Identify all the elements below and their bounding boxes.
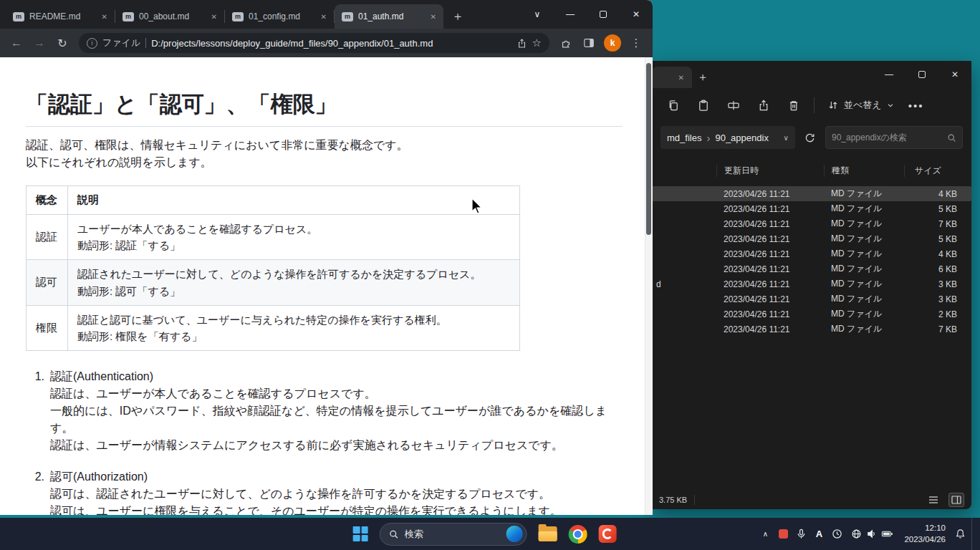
- page-content: 「認証」と「認可」、「権限」 認証、認可、権限は、情報セキュリティにおいて非常に…: [0, 57, 653, 515]
- file-row[interactable]: d 2023/04/26 11:21 MD ファイル 3 KB: [652, 276, 971, 291]
- status-divider: [694, 495, 695, 505]
- reload-button[interactable]: ↻: [52, 32, 73, 54]
- details-view-button[interactable]: [948, 493, 964, 507]
- file-size: 3 KB: [904, 279, 967, 289]
- side-panel-button[interactable]: [578, 32, 600, 54]
- new-tab-button[interactable]: ＋: [448, 6, 468, 26]
- sort-button[interactable]: 並べ替え: [822, 93, 900, 117]
- minimize-button[interactable]: —: [873, 61, 905, 88]
- start-button[interactable]: [353, 526, 368, 541]
- column-header-type[interactable]: 種類: [824, 165, 904, 177]
- ime-mode-indicator[interactable]: A: [812, 518, 825, 550]
- breadcrumb-item[interactable]: md_files: [667, 132, 701, 143]
- back-button[interactable]: ←: [6, 32, 27, 54]
- url-text[interactable]: D:/projects/lessons/deploy_guide/md_file…: [151, 38, 511, 49]
- more-options-button[interactable]: •••: [904, 93, 928, 117]
- breadcrumb[interactable]: md_files › 90_appendix ∨: [660, 126, 795, 149]
- taskbar-clock[interactable]: 12:10 2023/04/26: [901, 523, 948, 545]
- tray-app-button[interactable]: [777, 518, 789, 550]
- file-name: d: [652, 279, 716, 289]
- browser-tab-auth-active[interactable]: m 01_auth.md ✕: [335, 4, 443, 29]
- explorer-search-input[interactable]: [832, 132, 943, 143]
- toolbar-divider: [814, 97, 815, 113]
- extensions-button[interactable]: [555, 32, 577, 54]
- close-icon[interactable]: ✕: [100, 11, 109, 22]
- close-icon[interactable]: ✕: [320, 11, 328, 22]
- file-row[interactable]: 2023/04/26 11:21 MD ファイル 5 KB: [652, 231, 971, 246]
- file-row[interactable]: 2023/04/26 11:21 MD ファイル 3 KB: [652, 291, 971, 307]
- file-size: 4 KB: [904, 189, 967, 199]
- file-row[interactable]: 2023/04/26 11:21 MD ファイル 7 KB: [652, 216, 971, 231]
- table-row: 認証 ユーザーが本人であることを確認するプロセス。 動詞形: 認証「する」: [27, 214, 520, 260]
- column-header-date[interactable]: 更新日時: [716, 165, 824, 177]
- scrollbar-thumb[interactable]: [646, 63, 651, 235]
- maximize-button[interactable]: [905, 61, 938, 88]
- list-number: 2.: [26, 468, 50, 515]
- browser-tab-config[interactable]: m 01_config.md ✕: [225, 4, 334, 29]
- file-row[interactable]: 2023/04/26 11:21 MD ファイル 7 KB: [652, 322, 971, 337]
- tray-overflow-chevron[interactable]: ∧: [759, 518, 772, 550]
- file-date: 2023/04/26 11:21: [716, 294, 824, 304]
- clock-tray-button[interactable]: [830, 518, 843, 550]
- close-button[interactable]: ✕: [620, 0, 653, 29]
- tab-label: 01_config.md: [249, 11, 314, 21]
- intro-line: 以下にそれぞれの説明を示します。: [26, 154, 623, 171]
- share-button[interactable]: [751, 93, 777, 117]
- breadcrumb-item[interactable]: 90_appendix: [715, 132, 768, 143]
- tab-search-button[interactable]: ∨: [521, 0, 554, 29]
- bookmark-star-icon[interactable]: ☆: [532, 37, 542, 49]
- file-type: MD ファイル: [824, 233, 904, 245]
- minimize-button[interactable]: —: [554, 0, 587, 29]
- file-row[interactable]: 2023/04/26 11:21 MD ファイル 4 KB: [652, 246, 971, 261]
- close-icon[interactable]: ✕: [210, 11, 218, 22]
- file-type: MD ファイル: [824, 203, 904, 215]
- sort-label: 並べ替え: [844, 99, 882, 112]
- paste-button[interactable]: [691, 93, 716, 117]
- delete-button[interactable]: [781, 93, 807, 117]
- rename-icon: [727, 99, 740, 112]
- network-globe-icon: [851, 529, 862, 539]
- browser-tab-readme[interactable]: m README.md ✕: [6, 4, 115, 29]
- taskbar-search[interactable]: 検索: [380, 523, 527, 546]
- refresh-button[interactable]: [802, 127, 818, 148]
- copy-button[interactable]: [660, 93, 686, 117]
- chevron-down-icon[interactable]: ∨: [783, 134, 788, 142]
- file-row[interactable]: 2023/04/26 11:21 MD ファイル 2 KB: [652, 307, 971, 322]
- close-button[interactable]: ✕: [938, 61, 971, 88]
- file-row[interactable]: 2023/04/26 11:21 MD ファイル 6 KB: [652, 261, 971, 276]
- address-bar[interactable]: i ファイル D:/projects/lessons/deploy_guide/…: [79, 33, 549, 53]
- quick-settings-button[interactable]: [848, 529, 896, 539]
- list-view-button[interactable]: [926, 493, 941, 507]
- forward-button[interactable]: →: [29, 32, 50, 54]
- rename-button[interactable]: [721, 93, 746, 117]
- notification-center-button[interactable]: [953, 518, 966, 550]
- scrollbar-track[interactable]: [645, 57, 653, 515]
- file-type: MD ファイル: [824, 218, 904, 230]
- file-type: MD ファイル: [824, 308, 904, 320]
- maximize-button[interactable]: [587, 0, 620, 29]
- info-icon[interactable]: i: [87, 38, 97, 49]
- chrome-taskbar-icon[interactable]: [569, 525, 587, 544]
- close-icon[interactable]: ✕: [429, 11, 438, 22]
- explorer-new-tab-button[interactable]: ＋: [692, 67, 714, 88]
- file-row[interactable]: 2023/04/26 11:21 MD ファイル 5 KB: [652, 201, 971, 216]
- chevron-down-icon: [887, 102, 894, 109]
- file-explorer-taskbar-icon[interactable]: [539, 526, 557, 541]
- column-header-size[interactable]: サイズ: [904, 165, 967, 177]
- profile-avatar[interactable]: k: [604, 34, 621, 52]
- app-taskbar-icon[interactable]: [599, 525, 617, 543]
- trash-icon: [787, 99, 800, 112]
- explorer-tab[interactable]: ✕: [652, 67, 692, 88]
- share-button[interactable]: [517, 38, 527, 49]
- show-desktop-button[interactable]: [971, 518, 974, 550]
- file-date: 2023/04/26 11:21: [716, 234, 824, 244]
- details-view-icon: [951, 496, 961, 504]
- bing-icon: [506, 526, 523, 542]
- file-row[interactable]: 2023/04/26 11:21 MD ファイル 4 KB: [652, 186, 971, 201]
- browser-tab-about[interactable]: m 00_about.md ✕: [115, 4, 224, 29]
- microphone-tray-button[interactable]: [794, 518, 807, 550]
- explorer-search[interactable]: [825, 126, 963, 149]
- browser-menu-button[interactable]: ⋮: [625, 32, 647, 54]
- file-type: MD ファイル: [824, 263, 904, 275]
- close-icon[interactable]: ✕: [677, 72, 686, 83]
